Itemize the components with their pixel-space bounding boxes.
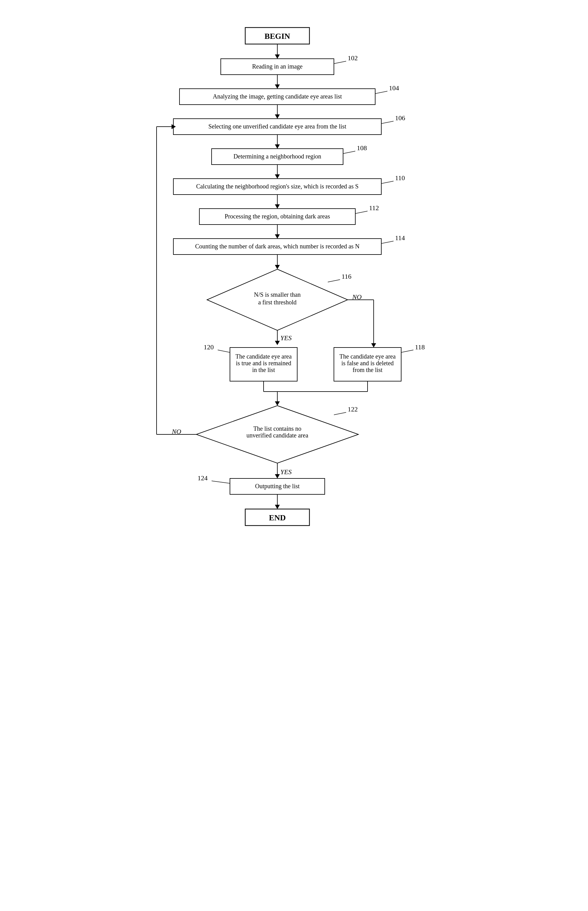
- ref-116: 116: [342, 273, 351, 280]
- svg-line-50: [334, 413, 346, 415]
- step118-line3: from the list: [352, 366, 383, 373]
- step116-label: N/S is smaller than: [254, 291, 300, 298]
- begin-label: BEGIN: [265, 32, 290, 41]
- ref-118: 118: [415, 343, 425, 351]
- step120-line1: The candidate eye area: [236, 353, 292, 360]
- ref-106: 106: [395, 114, 405, 122]
- step102-label: Reading in an image: [252, 63, 302, 70]
- svg-line-28: [381, 241, 394, 243]
- ref-104: 104: [389, 84, 399, 92]
- ref-102: 102: [348, 54, 358, 62]
- ref-108: 108: [357, 144, 367, 152]
- svg-marker-14: [275, 144, 280, 149]
- flowchart-diagram: text { font-family: 'Times New Roman', T…: [111, 18, 478, 893]
- svg-marker-18: [275, 174, 280, 179]
- step108-label: Determining a neighborhood region: [233, 153, 321, 160]
- ref-114: 114: [395, 234, 405, 242]
- svg-line-24: [355, 211, 368, 214]
- svg-marker-60: [275, 505, 280, 509]
- svg-marker-26: [275, 234, 280, 239]
- step118-line1: The candidate eye area: [339, 353, 396, 360]
- svg-line-12: [381, 121, 394, 124]
- svg-marker-35: [275, 341, 280, 345]
- svg-marker-38: [371, 343, 376, 348]
- svg-marker-6: [275, 84, 280, 89]
- svg-marker-48: [275, 401, 280, 406]
- svg-line-33: [328, 280, 340, 282]
- step122-label1: The list contains no: [253, 425, 301, 432]
- svg-marker-10: [275, 115, 280, 119]
- step124-label: Outputting the list: [255, 483, 300, 490]
- step122-label2: unverified candidate area: [246, 432, 308, 439]
- step114-label: Counting the number of dark areas, which…: [195, 243, 360, 250]
- step120-line2: is true and is remained: [236, 360, 291, 366]
- svg-line-4: [334, 61, 346, 64]
- step120-line3: in the list: [252, 366, 275, 373]
- ref-110: 110: [395, 174, 405, 182]
- svg-marker-2: [275, 55, 280, 59]
- svg-line-42: [401, 350, 414, 353]
- step116-label2: a first threshold: [258, 299, 297, 306]
- yes-label-122: YES: [280, 468, 292, 476]
- yes-label-116: YES: [280, 334, 292, 342]
- ref-120: 120: [204, 343, 214, 351]
- svg-marker-22: [275, 204, 280, 209]
- step106-label: Selecting one unverified candidate eye a…: [208, 123, 346, 130]
- svg-line-8: [375, 91, 388, 94]
- end-label: END: [269, 513, 286, 522]
- svg-line-40: [218, 350, 230, 353]
- svg-line-58: [212, 481, 230, 483]
- svg-line-20: [381, 181, 394, 184]
- step104-label: Analyzing the image, getting candidate e…: [213, 93, 342, 100]
- svg-marker-52: [275, 474, 280, 479]
- step118-line2: is false and is deleted: [341, 360, 394, 366]
- ref-124: 124: [197, 474, 208, 482]
- ref-112: 112: [369, 204, 379, 212]
- flowchart-svg: text { font-family: 'Times New Roman', T…: [126, 18, 462, 893]
- svg-line-16: [343, 151, 355, 154]
- ref-122: 122: [348, 405, 358, 413]
- svg-marker-30: [275, 265, 280, 269]
- step110-label: Calculating the neighborhood region's si…: [196, 183, 359, 190]
- step112-label: Processing the region, obtaining dark ar…: [225, 213, 330, 220]
